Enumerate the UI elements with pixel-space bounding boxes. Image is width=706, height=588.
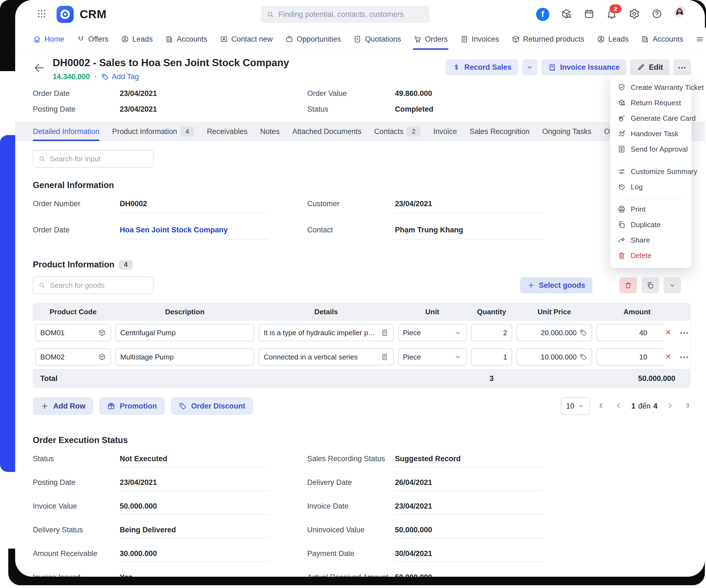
field-value[interactable]: Yes [120, 571, 269, 577]
table-tool-button[interactable] [641, 277, 659, 293]
field-value[interactable]: 23/04/2021 [120, 476, 269, 491]
global-search-input[interactable] [278, 10, 424, 19]
field-value[interactable]: 23/04/2021 [395, 500, 544, 515]
field-value[interactable]: 23/04/2021 [395, 197, 544, 213]
nav-item-home[interactable]: Home [33, 29, 64, 50]
avatar[interactable] [674, 6, 691, 23]
menu-item-share[interactable]: Share [610, 233, 692, 248]
select-goods-button[interactable]: Select goods [520, 277, 592, 293]
field-search-input[interactable] [49, 154, 148, 164]
field-value[interactable]: Suggested Record [395, 452, 544, 467]
nav-item-accounts[interactable]: Accounts [165, 29, 207, 50]
invoice-issuance-button[interactable]: Invoice Issuance [541, 59, 626, 75]
menu-item-print[interactable]: Print [610, 202, 692, 217]
nav-item-all-modules[interactable]: All modules [696, 29, 705, 50]
nav-item-contact-new[interactable]: Contact new [220, 29, 273, 50]
menu-item-create-warranty-ticket[interactable]: Create Warranty Ticket [610, 80, 692, 95]
settings-gear-icon[interactable] [629, 8, 640, 20]
details-input[interactable]: Connected in a vertical series [259, 348, 394, 366]
field-value[interactable]: 30.000.000 [120, 547, 269, 562]
menu-item-generate-care-card[interactable]: Generate Care Card [610, 111, 692, 126]
field-value[interactable]: 50.000.000 [395, 523, 544, 538]
field-value[interactable]: Being Delivered [120, 523, 269, 538]
order-discount-button[interactable]: Order Discount [171, 397, 253, 415]
field-value[interactable]: 50.000.000 [395, 571, 544, 577]
description-input[interactable]: Centrifugal Pump [115, 324, 254, 341]
tab-detailed-information[interactable]: Detailed Information [33, 122, 100, 141]
crm-logo-icon[interactable] [56, 6, 74, 23]
field-value[interactable]: 26/04/2021 [395, 476, 544, 491]
nav-item-returned-products[interactable]: Returned products [512, 29, 584, 50]
menu-item-send-for-approval[interactable]: Send for Approval [610, 141, 692, 157]
description-input[interactable]: Multistage Pump [115, 348, 254, 366]
promotion-button[interactable]: Promotion [99, 397, 165, 415]
product-code-input[interactable]: BOM02 [35, 348, 111, 366]
record-sales-button[interactable]: Record Sales [446, 59, 518, 75]
quantity-input[interactable]: 1 [471, 348, 512, 366]
goods-search-input[interactable] [49, 281, 148, 290]
first-page-button[interactable] [598, 402, 606, 411]
notifications-bell-icon[interactable]: 2 [606, 8, 617, 20]
tab-ongoing-tasks[interactable]: Ongoing Tasks [542, 122, 591, 141]
nav-item-orders[interactable]: Orders [414, 29, 448, 50]
plus-icon [41, 402, 49, 410]
field-value[interactable]: Phạm Trung Khang [395, 223, 544, 240]
tab-contacts[interactable]: Contacts2 [374, 122, 421, 141]
menu-item-return-request[interactable]: Return Request [610, 95, 692, 111]
menu-item-duplicate[interactable]: Duplicate [610, 217, 692, 233]
tab-sales-recognition[interactable]: Sales Recognition [470, 122, 530, 141]
customer-link[interactable]: Hoa Sen Joint Stock Company [120, 223, 269, 240]
field-search[interactable] [33, 150, 154, 168]
tab-receivables[interactable]: Receivables [207, 122, 247, 141]
unit-price-input[interactable]: 20.000.000 [516, 324, 592, 341]
nav-item-leads-2[interactable]: Leads [597, 29, 629, 50]
field-value[interactable]: Not Executed [120, 452, 269, 467]
nav-item-offers[interactable]: Offers [77, 29, 108, 50]
menu-item-log[interactable]: Log [610, 179, 692, 195]
unit-price-input[interactable]: 10.000.000 [516, 348, 592, 366]
menu-item-customize-summary[interactable]: Customize Summary [610, 164, 692, 179]
amount-input[interactable]: 10 [596, 348, 663, 366]
menu-item-delete[interactable]: Delete [610, 248, 692, 263]
remove-row-icon[interactable] [665, 353, 672, 361]
tab-product-information[interactable]: Product Information4 [112, 122, 194, 141]
collapse-table-button[interactable] [664, 277, 681, 293]
page-size-select[interactable]: 10 [561, 397, 590, 415]
tab-invoice[interactable]: Invoice [433, 122, 457, 141]
tab-notes[interactable]: Notes [260, 122, 280, 141]
help-icon[interactable] [652, 8, 662, 20]
tab-attached-documents[interactable]: Attached Documents [292, 122, 361, 141]
unit-select[interactable]: Piece [398, 348, 467, 366]
nav-item-accounts-2[interactable]: Accounts [641, 29, 683, 50]
details-input[interactable]: It is a type of hydraulic impeller pump [259, 324, 394, 341]
nav-item-opportunities[interactable]: Opportunities [285, 29, 341, 50]
nav-item-quotations[interactable]: $ Quotations [353, 29, 401, 50]
quantity-input[interactable]: 2 [471, 324, 512, 341]
calendar-icon[interactable] [584, 8, 595, 20]
product-search-icon[interactable] [561, 8, 572, 20]
apps-grid-icon[interactable] [37, 9, 47, 20]
delete-rows-button[interactable] [619, 277, 637, 293]
remove-row-icon[interactable] [665, 329, 672, 337]
goods-search[interactable] [33, 277, 154, 294]
amount-input[interactable]: 40 [596, 324, 663, 341]
back-button[interactable] [33, 61, 45, 75]
last-page-button[interactable] [682, 402, 691, 411]
more-actions-button[interactable]: ⋯ [673, 59, 691, 75]
menu-item-handover-task[interactable]: Handover Task [610, 126, 692, 141]
nav-item-invoices[interactable]: Invoices [460, 29, 499, 50]
field-value[interactable]: 50.000.000 [120, 500, 269, 515]
facebook-icon[interactable]: f [536, 8, 549, 21]
field-value[interactable]: 30/04/2021 [395, 547, 544, 562]
next-page-button[interactable] [666, 402, 674, 411]
edit-button[interactable]: Edit [630, 59, 670, 75]
add-tag-button[interactable]: Add Tag [101, 73, 139, 81]
field-value[interactable]: DH0002 [120, 197, 269, 213]
unit-select[interactable]: Piece [398, 324, 467, 341]
prev-page-button[interactable] [615, 402, 623, 411]
product-code-input[interactable]: BOM01 [35, 324, 111, 341]
add-row-button[interactable]: Add Row [33, 397, 93, 415]
nav-item-leads[interactable]: Leads [121, 29, 153, 50]
record-sales-dropdown-button[interactable] [522, 59, 538, 75]
global-search[interactable] [261, 6, 430, 23]
